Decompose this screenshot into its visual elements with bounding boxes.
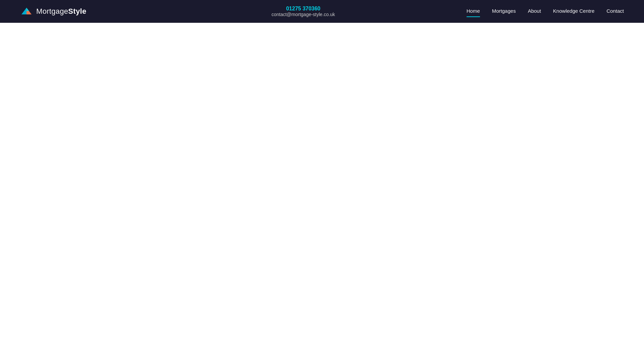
svg-marker-3 [26,8,29,11]
nav-item-about[interactable]: About [528,8,541,15]
nav-item-home[interactable]: Home [467,8,480,15]
logo-icon [20,5,33,18]
nav-item-mortgages[interactable]: Mortgages [492,8,516,15]
svg-marker-1 [21,8,26,14]
nav-item-knowledge-centre[interactable]: Knowledge Centre [553,8,594,15]
main-content [0,23,644,362]
site-header: MortgageStyle 01275 370360 contact@mortg… [0,0,644,23]
header-contact: 01275 370360 contact@mortgage-style.co.u… [271,6,335,17]
header-left: MortgageStyle [20,5,86,18]
main-nav: Home Mortgages About Knowledge Centre Co… [467,8,624,15]
logo[interactable]: MortgageStyle [20,5,86,18]
logo-text: MortgageStyle [36,7,86,16]
email-link[interactable]: contact@mortgage-style.co.uk [271,12,335,17]
nav-item-contact[interactable]: Contact [606,8,624,15]
phone-link[interactable]: 01275 370360 [286,6,320,12]
